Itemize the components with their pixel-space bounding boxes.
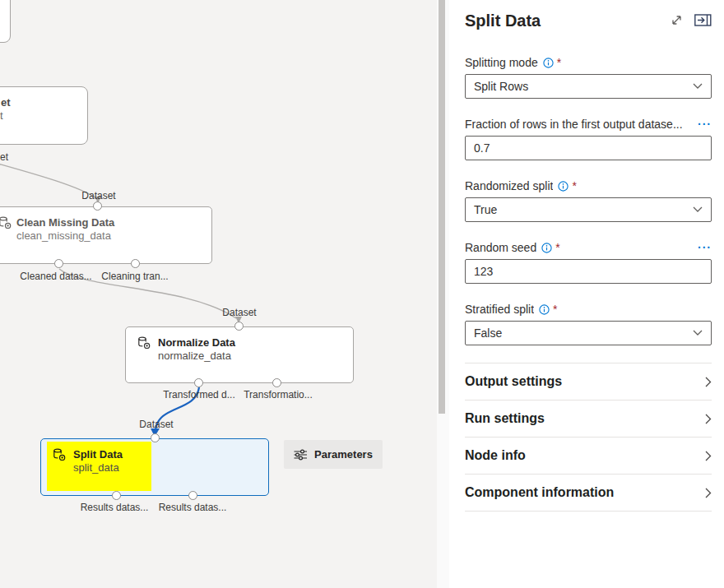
node-split-data-selected[interactable]: Split Data split_data [40,438,269,496]
node-clean-missing-data[interactable]: Clean Missing Data clean_missing_data [0,206,212,264]
input-port[interactable] [151,433,160,442]
sliders-icon [294,449,308,461]
output-port[interactable] [194,378,203,387]
panel-title: Split Data [465,10,541,32]
required-asterisk: * [557,56,561,69]
output-port-label: Cleaning tran... [101,271,168,282]
section-list: Output settings Run settings Node info [465,363,712,512]
dock-right-icon[interactable] [694,14,712,26]
field-splitting-mode: Splitting mode * Split Rows [465,54,712,99]
chevron-right-icon [705,377,712,387]
scrollbar-thumb[interactable] [439,0,445,414]
node-subtitle: clean_missing_data [16,229,114,243]
output-port-label: Results datas... [159,502,227,513]
field-fraction-of-rows: Fraction of rows in the first output dat… [465,116,712,160]
fraction-of-rows-input[interactable] [465,136,712,160]
truncated-node-title: et [1,96,11,109]
required-asterisk: * [572,179,576,192]
node-title: Normalize Data [158,336,235,350]
output-port-label: Transformed d... [163,389,235,400]
field-randomized-split: Randomized split * True [465,178,712,222]
stratified-split-dropdown[interactable]: False [465,321,712,345]
field-label: Randomized split [465,179,553,192]
expand-icon[interactable] [671,14,683,26]
info-icon[interactable] [539,304,550,315]
azure-ml-designer: et t et Dataset Clean Missing Data clean… [0,0,724,588]
parameters-button-label: Parameters [314,448,373,461]
splitting-mode-dropdown[interactable]: Split Rows [465,74,712,99]
input-port-label: Dataset [139,419,173,430]
dropdown-value: True [474,203,497,216]
dropdown-value: False [474,326,502,340]
truncated-node-subtitle: t [0,109,3,122]
random-seed-input[interactable] [465,259,712,284]
field-label: Random seed [465,241,536,254]
chevron-right-icon [705,451,712,461]
section-component-information[interactable]: Component information [465,474,712,512]
more-options-icon[interactable]: ··· [698,120,712,128]
node-subtitle: split_data [73,461,123,475]
properties-panel: Split Data [449,0,724,588]
input-port[interactable] [234,322,244,331]
output-port-label: Results datas... [81,502,149,513]
node-title: Split Data [73,448,123,461]
input-port-label: Dataset [222,307,256,318]
info-icon[interactable] [558,181,569,192]
component-icon [137,336,151,350]
output-port[interactable] [188,491,197,500]
info-icon[interactable] [541,243,552,253]
field-random-seed: Random seed * ··· [465,239,712,284]
required-asterisk: * [555,241,559,254]
port-label: et [0,151,8,163]
field-label: Stratified split [465,303,534,316]
output-port[interactable] [112,491,121,500]
parameters-button[interactable]: Parameters [284,440,383,469]
node-subtitle: normalize_data [158,350,235,363]
field-label: Splitting mode [465,56,538,69]
section-output-settings[interactable]: Output settings [465,363,712,400]
chevron-down-icon [693,206,703,213]
output-port-label: Transformatio... [244,389,313,400]
chevron-down-icon [693,83,703,90]
node-normalize-data[interactable]: Normalize Data normalize_data [125,326,354,383]
output-port[interactable] [131,259,140,268]
required-asterisk: * [553,303,557,316]
truncated-node[interactable] [0,86,88,145]
truncated-node-corner[interactable] [0,0,11,43]
component-icon [52,447,67,462]
field-stratified-split: Stratified split * False [465,301,712,345]
randomized-split-dropdown[interactable]: True [465,197,712,222]
more-options-icon[interactable]: ··· [698,243,712,252]
section-run-settings[interactable]: Run settings [465,400,712,437]
vertical-scrollbar[interactable] [437,0,449,588]
chevron-down-icon [693,330,703,336]
dropdown-value: Split Rows [474,80,528,93]
node-title: Clean Missing Data [16,216,114,229]
chevron-right-icon [705,488,712,498]
pipeline-canvas[interactable]: et t et Dataset Clean Missing Data clean… [0,0,437,588]
output-port[interactable] [272,378,281,387]
chevron-right-icon [705,414,712,424]
output-port-label: Cleaned datas... [20,271,91,282]
input-port[interactable] [93,201,102,211]
component-icon [0,215,12,230]
section-node-info[interactable]: Node info [465,437,712,474]
output-port[interactable] [54,259,63,268]
input-port-label: Dataset [81,190,115,201]
field-label: Fraction of rows in the first output dat… [465,118,683,131]
info-icon[interactable] [543,58,554,68]
